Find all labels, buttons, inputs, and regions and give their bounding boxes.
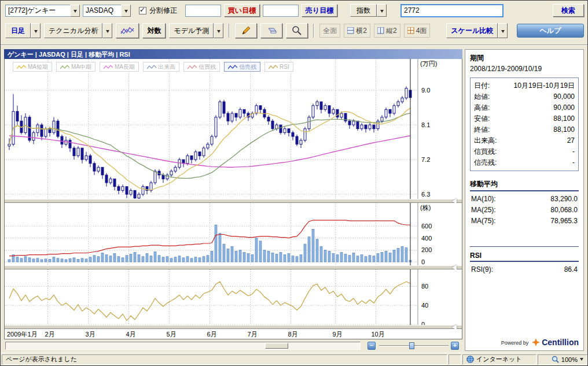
buy-target-button[interactable]: 買い目標: [224, 4, 260, 17]
row-label: 高値:: [474, 102, 490, 113]
model-combo-dropdown[interactable]: [214, 23, 223, 38]
quote-row: 出来高:27: [474, 135, 575, 146]
ma-row: MA(10):83,290.0: [471, 194, 578, 205]
legend-chip-出来高[interactable]: 出来高: [143, 62, 179, 72]
row-value: 27: [567, 135, 575, 146]
row-label: RSI(9):: [471, 264, 493, 275]
index-combo-value: 指数: [350, 4, 377, 17]
market-combo-value: JASDAQ: [83, 5, 121, 17]
split-quad-icon: [407, 27, 414, 34]
x-axis-label: 8月: [288, 330, 297, 339]
help-button[interactable]: ヘルプ: [517, 24, 584, 38]
x-axis-label: 4月: [126, 330, 135, 339]
x-axis-labels: 2009年1月2月3月4月5月6月7月8月9月10月: [5, 329, 462, 339]
quote-row: 高値:90,000: [474, 102, 575, 113]
log-scale-button[interactable]: 対数: [142, 23, 166, 38]
row-value: 78,965.3: [550, 216, 578, 227]
row-value: 10月19日-10月19日: [514, 80, 575, 91]
technical-analysis-combo[interactable]: テクニカル分析: [44, 23, 112, 38]
legend-chip-RSI[interactable]: RSI: [264, 62, 293, 72]
layout-quad-button[interactable]: 4面: [404, 24, 431, 38]
stock-combo[interactable]: [2772]ゲンキー: [5, 5, 80, 17]
brand-logo: Centillion: [532, 338, 579, 347]
row-label: 日付:: [474, 80, 490, 91]
scale-compare-combo[interactable]: スケール比較: [446, 23, 508, 38]
chart-style-button[interactable]: [116, 23, 139, 38]
svg-text:600: 600: [421, 223, 432, 230]
legend-chip-MA長期[interactable]: MA長期: [100, 62, 139, 72]
split-horizontal-icon: [347, 27, 354, 34]
market-combo[interactable]: JASDAQ: [83, 5, 131, 17]
chart-hscrollbar-thumb[interactable]: [265, 343, 288, 349]
stock-combo-dropdown[interactable]: [70, 5, 80, 17]
zoom-level-cell[interactable]: 100%: [538, 354, 587, 365]
sell-target-button[interactable]: 売り目標: [302, 4, 337, 17]
index-combo[interactable]: 指数: [350, 4, 387, 17]
pane-divider[interactable]: [5, 325, 462, 329]
pencil-icon: [241, 25, 251, 36]
x-axis-label: 7月: [247, 330, 257, 339]
chevron-down-icon[interactable]: [580, 358, 583, 363]
rsi-pane[interactable]: 80400: [5, 269, 462, 325]
toolbar-separator: [229, 24, 230, 38]
legend-chip-label: 信買残: [199, 63, 216, 71]
pen-tool-button[interactable]: [235, 23, 257, 38]
chart-hscrollbar-track[interactable]: [5, 342, 361, 350]
row-label: MA(10):: [471, 194, 496, 205]
svg-text:7.2: 7.2: [421, 156, 430, 163]
legend-chip-信売残[interactable]: 信売残: [224, 62, 260, 72]
toolbar-row-2: 日足 テクニカル分析 対数 モデル予測: [1, 21, 588, 40]
chart-panel: ゲンキー | JASDAQ | 日足 | 移動平均 | RSI MA短期MA中期…: [4, 49, 462, 339]
split-adjust-checkbox[interactable]: [139, 7, 146, 14]
pane-divider[interactable]: [5, 265, 462, 269]
period-combo-dropdown[interactable]: [31, 23, 41, 38]
series-line-icon: [60, 64, 69, 70]
zoom-in-button[interactable]: +: [451, 342, 459, 350]
svg-text:80: 80: [421, 283, 428, 290]
model-forecast-combo[interactable]: モデル予測: [169, 23, 223, 38]
layout-h2-label: 横2: [356, 26, 367, 36]
legend-chip-信買残[interactable]: 信買残: [183, 62, 220, 72]
status-message: ページが表示されました: [6, 355, 77, 364]
quote-row: 信売残:-: [474, 157, 575, 168]
row-value: 90,000: [553, 91, 575, 102]
zoom-tool-button[interactable]: [286, 23, 308, 38]
index-combo-dropdown[interactable]: [377, 4, 387, 17]
volume-pane[interactable]: 6004002000(株): [5, 203, 462, 265]
legend-chip-label: 信売残: [239, 63, 256, 71]
powered-by-label: Powered by: [501, 340, 529, 347]
eraser-tool-button[interactable]: [260, 23, 282, 38]
layout-h2-button[interactable]: 横2: [344, 24, 370, 38]
pane-divider[interactable]: [5, 199, 462, 203]
scale-compare-value: スケール比較: [446, 23, 498, 38]
market-combo-dropdown[interactable]: [121, 5, 131, 17]
zoom-slider-thumb[interactable]: [409, 342, 414, 349]
x-axis-label: 9月: [332, 330, 342, 339]
ma-table: MA(10):83,290.0MA(25):80,068.0MA(75):78,…: [470, 194, 579, 227]
row-label: 信買残:: [474, 146, 497, 157]
scale-compare-dropdown[interactable]: [498, 23, 508, 38]
quote-row: 信買残:-: [474, 146, 575, 157]
sell-target-input[interactable]: [263, 5, 299, 17]
buy-target-input[interactable]: [185, 5, 221, 17]
svg-text:(万円): (万円): [420, 60, 437, 67]
stock-code-input[interactable]: [400, 4, 504, 17]
row-label: 始値:: [474, 91, 490, 102]
legend-chip-MA中期[interactable]: MA中期: [56, 62, 95, 72]
row-label: 終値:: [474, 124, 490, 135]
search-button[interactable]: 検索: [553, 4, 584, 17]
technical-combo-dropdown[interactable]: [102, 23, 112, 38]
layout-full-button[interactable]: 全面: [319, 24, 340, 38]
quote-table: 日付:10月19日-10月19日始値:90,000高値:90,000安値:88,…: [470, 77, 579, 171]
zoom-out-button[interactable]: −: [368, 342, 376, 350]
legend-chip-MA短期[interactable]: MA短期: [13, 62, 52, 72]
layout-v2-button[interactable]: 縦2: [374, 24, 400, 38]
svg-text:0: 0: [421, 321, 425, 325]
price-pane[interactable]: MA短期MA中期MA長期出来高信買残信売残RSI 9.08.17.26.3(万円…: [5, 59, 462, 199]
svg-text:8.1: 8.1: [421, 121, 430, 128]
stock-combo-value: [2772]ゲンキー: [5, 5, 70, 17]
security-zone-label: インターネット: [476, 355, 522, 364]
period-combo[interactable]: 日足: [5, 23, 41, 38]
security-zone-cell: インターネット: [462, 354, 536, 365]
toolbar-separator: [313, 24, 314, 38]
